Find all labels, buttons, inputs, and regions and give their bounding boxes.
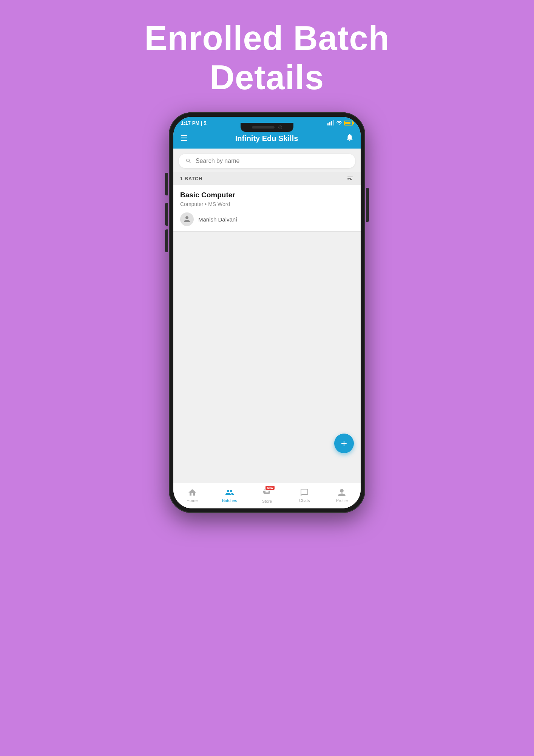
page-heading: Enrolled Batch Details [144,19,389,97]
nav-label-profile: Profile [336,498,348,503]
search-icon [185,158,192,164]
home-icon [188,488,197,497]
svg-rect-2 [331,121,332,125]
phone-notch [241,123,293,132]
batch-count-row: 1 BATCH [173,172,361,185]
phone-screen: 1:17 PM | 5. [173,117,361,508]
nav-label-chats: Chats [299,498,310,503]
svg-rect-0 [327,123,329,125]
nav-label-home: Home [187,498,198,503]
notification-bell-icon[interactable] [346,133,354,144]
wifi-icon [336,120,343,125]
batch-count-label: 1 BATCH [180,176,202,181]
nav-label-batches: Batches [222,498,237,503]
batches-icon [225,488,234,497]
store-badge-wrapper: New [262,487,272,498]
page-title-area: Enrolled Batch Details [144,0,389,97]
chats-icon [300,488,309,497]
hamburger-menu-icon[interactable]: ☰ [180,133,188,143]
store-new-badge: New [265,486,275,490]
person-icon [183,215,191,223]
nav-item-chats[interactable]: Chats [293,488,316,503]
profile-icon [337,488,346,497]
batch-card[interactable]: Basic Computer Computer • MS Word Manish… [173,185,361,231]
battery-icon [344,121,353,125]
status-time: 1:17 PM | 5. [181,120,208,126]
nav-item-store[interactable]: New Store [256,487,278,503]
batch-name: Basic Computer [180,191,354,199]
svg-rect-3 [333,120,334,125]
instructor-name: Manish Dalvani [198,216,237,223]
nav-item-batches[interactable]: Batches [218,488,241,503]
bottom-nav: Home Batches New Store [173,483,361,508]
batch-tags: Computer • MS Word [180,201,354,207]
status-icons [327,120,353,125]
fab-add-button[interactable]: + [334,434,354,453]
nav-item-profile[interactable]: Profile [330,488,353,503]
search-input[interactable] [196,158,349,164]
instructor-avatar [180,212,194,226]
empty-content-area [173,232,361,483]
signal-icon [327,120,334,125]
svg-rect-1 [329,122,330,125]
app-title: Infinity Edu Skills [235,134,298,143]
nav-item-home[interactable]: Home [181,488,204,503]
sort-icon[interactable] [346,175,354,182]
speaker [252,126,275,129]
search-bar[interactable] [179,154,355,168]
main-content: 1 BATCH Basic Computer Computer • MS Wor… [173,149,361,483]
nav-label-store: Store [262,499,272,503]
phone-mockup: 1:17 PM | 5. [169,112,365,513]
batch-instructor-row: Manish Dalvani [180,212,354,226]
camera [278,125,282,129]
bell-svg [346,133,354,141]
